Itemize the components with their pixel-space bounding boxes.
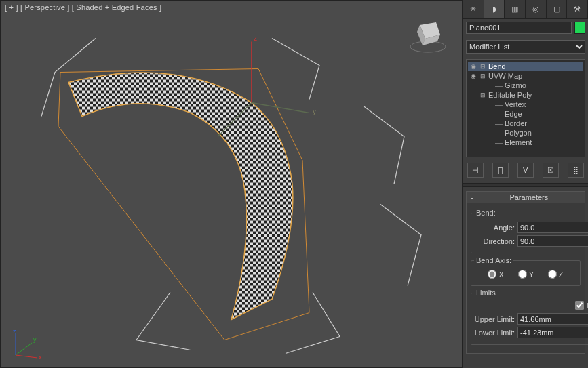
modify-tab[interactable]: ◗ <box>484 0 505 18</box>
stack-subitem-vertex[interactable]: —Vertex <box>468 100 583 109</box>
display-icon: ▢ <box>553 5 560 14</box>
modify-icon: ◗ <box>492 5 496 14</box>
expand-icon[interactable]: ⊟ <box>479 91 486 99</box>
axis-tripod: x y z <box>7 328 43 361</box>
pin-icon: ⊣ <box>472 166 479 175</box>
stack-item-bend[interactable]: ◉ ⊟ Bend <box>468 62 583 71</box>
utilities-icon: ⚒ <box>574 5 581 14</box>
panel-divider <box>463 183 588 187</box>
limits-group: Limits Limit Effect Upper Limit: ▲▼ Lowe… <box>471 289 588 345</box>
stack-subitem-edge[interactable]: —Edge <box>468 109 583 119</box>
viewport[interactable]: [ + ] [ Perspective ] [ Shaded + Edged F… <box>0 0 463 368</box>
command-panel-tabs: ✳ ◗ ▥ ◎ ▢ ⚒ <box>463 0 588 19</box>
svg-line-13 <box>16 343 32 355</box>
limits-legend: Limits <box>474 289 498 297</box>
lower-limit-spinner[interactable] <box>517 327 588 338</box>
axis-y-radio[interactable]: Y <box>518 270 534 279</box>
stack-subitem-gizmo[interactable]: — Gizmo <box>468 81 583 90</box>
hierarchy-icon: ▥ <box>511 5 518 14</box>
stack-item-label: Bend <box>488 62 506 70</box>
stack-item-editablepoly[interactable]: ⊟ Editable Poly <box>468 90 583 100</box>
modifier-stack[interactable]: ◉ ⊟ Bend ◉ ⊟ UVW Map — Gizmo ⊟ Editable … <box>466 59 585 157</box>
utilities-tab[interactable]: ⚒ <box>567 0 588 18</box>
stack-item-label: Gizmo <box>505 81 526 89</box>
rollout-header[interactable]: - Parameters <box>467 192 585 203</box>
upper-limit-spinner[interactable] <box>517 313 588 325</box>
svg-text:z: z <box>13 328 16 335</box>
lower-limit-label: Lower Limit: <box>474 329 515 337</box>
upper-limit-label: Upper Limit: <box>474 315 515 323</box>
bend-axis-legend: Bend Axis: <box>474 256 513 264</box>
rollout-title: Parameters <box>477 193 581 201</box>
stack-item-label: Edge <box>505 110 522 118</box>
hierarchy-tab[interactable]: ▥ <box>505 0 526 18</box>
stack-item-label: Polygon <box>505 129 532 137</box>
object-color-swatch[interactable] <box>574 22 585 34</box>
stack-item-label: Element <box>505 138 532 146</box>
expand-icon[interactable]: ⊟ <box>479 73 486 80</box>
direction-label: Direction: <box>474 237 515 245</box>
stack-item-label: Vertex <box>505 100 526 108</box>
motion-tab[interactable]: ◎ <box>526 0 547 18</box>
eye-icon[interactable]: ◉ <box>469 73 477 80</box>
collapse-icon: - <box>471 193 473 201</box>
pin-stack-button[interactable]: ⊣ <box>467 163 484 178</box>
result-icon: ∏ <box>497 166 503 174</box>
limit-effect-checkbox[interactable] <box>575 301 584 310</box>
axis-z-radio[interactable]: Z <box>548 270 564 279</box>
remove-modifier-button[interactable]: ☒ <box>543 163 559 178</box>
stack-item-label: Editable Poly <box>488 91 532 99</box>
bend-axis-group: Bend Axis: X Y Z <box>471 256 581 286</box>
svg-line-12 <box>16 355 37 358</box>
stack-item-uvwmap[interactable]: ◉ ⊟ UVW Map <box>468 71 583 81</box>
config-icon: ⣿ <box>573 166 579 175</box>
display-tab[interactable]: ▢ <box>547 0 568 18</box>
stack-item-label: UVW Map <box>488 72 522 80</box>
stack-subitem-border[interactable]: —Border <box>468 119 583 128</box>
axis-x-radio[interactable]: X <box>488 270 503 279</box>
make-unique-button[interactable]: ∀ <box>517 163 534 178</box>
create-icon: ✳ <box>470 5 476 14</box>
stack-item-label: Border <box>505 119 527 127</box>
configure-sets-button[interactable]: ⣿ <box>568 163 584 178</box>
svg-text:x: x <box>39 354 42 361</box>
svg-text:y: y <box>313 108 316 115</box>
stack-subitem-polygon[interactable]: —Polygon <box>468 128 583 138</box>
bend-legend: Bend: <box>474 209 498 217</box>
show-end-result-button[interactable]: ∏ <box>492 163 509 178</box>
modifier-list-dropdown[interactable]: Modifier List <box>466 40 585 54</box>
stack-button-row: ⊣ ∏ ∀ ☒ ⣿ <box>463 160 588 183</box>
angle-spinner[interactable] <box>517 222 588 233</box>
svg-text:y: y <box>33 336 37 343</box>
eye-icon[interactable]: ◉ <box>469 63 477 70</box>
svg-text:z: z <box>254 35 257 42</box>
bend-group: Bend: Angle: ▲▼ Direction: ▲▼ <box>471 209 588 253</box>
trash-icon: ☒ <box>547 166 554 175</box>
motion-icon: ◎ <box>532 5 539 14</box>
parameters-rollout: - Parameters Bend: Angle: ▲▼ Direction: <box>466 191 585 354</box>
expand-icon[interactable]: ⊟ <box>479 63 486 70</box>
stack-subitem-element[interactable]: —Element <box>468 138 583 147</box>
direction-spinner[interactable] <box>517 235 588 247</box>
object-name-field[interactable] <box>466 22 572 34</box>
angle-label: Angle: <box>474 224 515 232</box>
create-tab[interactable]: ✳ <box>463 0 484 18</box>
unique-icon: ∀ <box>523 166 528 175</box>
command-panel: ✳ ◗ ▥ ◎ ▢ ⚒ Modifier List ◉ ⊟ Bend ◉ ⊟ U… <box>463 0 588 368</box>
scene-drawing: z y <box>1 1 462 367</box>
